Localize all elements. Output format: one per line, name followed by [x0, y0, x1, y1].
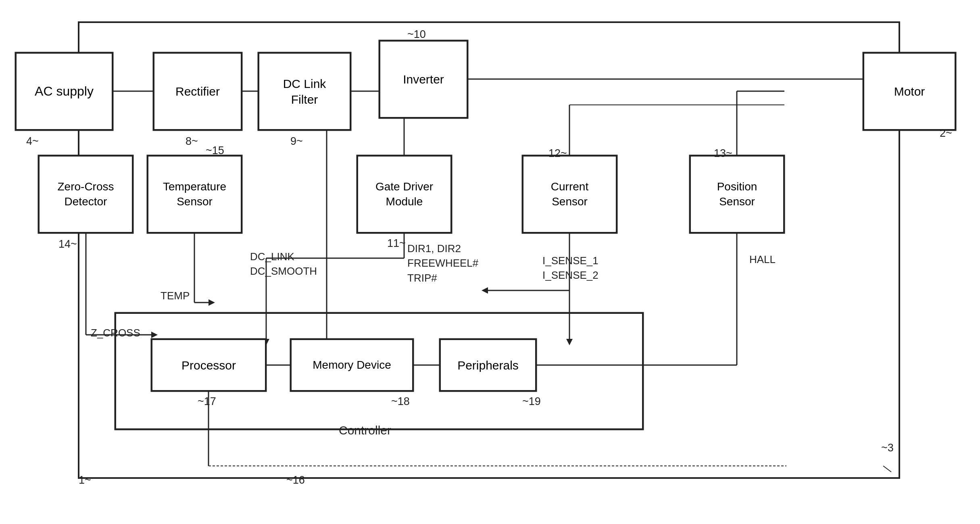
- hall-signal: HALL: [749, 253, 776, 266]
- ref-10: ~10: [407, 28, 426, 41]
- diagram-container: AC supply Rectifier DC LinkFilter Invert…: [0, 0, 980, 524]
- ref-15: ~15: [206, 144, 224, 157]
- ref-9: 9~: [290, 135, 303, 148]
- dc-link-filter-box: DC LinkFilter: [258, 52, 351, 130]
- gate-driver-label: Gate DriverModule: [375, 180, 433, 209]
- ref-8: 8~: [186, 135, 198, 148]
- zero-cross-label: Zero-CrossDetector: [57, 180, 114, 209]
- motor-label: Motor: [894, 84, 925, 99]
- ref-12: 12~: [548, 147, 567, 160]
- ref-17: ~17: [198, 395, 216, 408]
- position-sensor-box: PositionSensor: [690, 155, 784, 233]
- i-sense-signal: I_SENSE_1I_SENSE_2: [542, 253, 598, 283]
- ref-19: ~19: [522, 395, 541, 408]
- ac-supply-label: AC supply: [35, 83, 94, 100]
- ref-2: 2~: [940, 127, 952, 140]
- temp-signal: TEMP: [161, 290, 190, 302]
- z-cross-signal: Z_CROSS: [91, 327, 140, 339]
- svg-marker-42: [482, 287, 488, 294]
- zero-cross-box: Zero-CrossDetector: [38, 155, 133, 233]
- svg-marker-35: [209, 299, 215, 306]
- inverter-box: Inverter: [379, 40, 468, 118]
- ref-1: 1~: [79, 474, 91, 486]
- ref-4: 4~: [26, 135, 39, 148]
- ref-3: ~3: [881, 442, 894, 454]
- ref-11: 11~: [387, 237, 406, 250]
- dc-link-filter-label: DC LinkFilter: [283, 76, 326, 107]
- memory-device-label: Memory Device: [313, 358, 391, 372]
- memory-device-box: Memory Device: [290, 339, 413, 391]
- ref-14: 14~: [58, 238, 77, 251]
- inverter-label: Inverter: [403, 71, 444, 87]
- rectifier-box: Rectifier: [153, 52, 242, 130]
- ref-13: 13~: [714, 147, 732, 160]
- motor-box: Motor: [863, 52, 956, 130]
- ref-18: ~18: [391, 395, 410, 408]
- processor-label: Processor: [181, 357, 236, 373]
- dc-link-signal: DC_LINKDC_SMOOTH: [250, 249, 317, 279]
- processor-box: Processor: [151, 339, 266, 391]
- dir1-dir2-signal: DIR1, DIR2FREEWHEEL#TRIP#: [407, 241, 478, 285]
- diagram-svg: [0, 0, 980, 524]
- current-sensor-label: CurrentSensor: [551, 180, 588, 209]
- rectifier-label: Rectifier: [175, 84, 220, 99]
- peripherals-box: Peripherals: [440, 339, 536, 391]
- ac-supply-box: AC supply: [15, 52, 113, 130]
- position-sensor-label: PositionSensor: [717, 180, 757, 209]
- peripherals-label: Peripherals: [457, 357, 519, 373]
- current-sensor-box: CurrentSensor: [522, 155, 617, 233]
- ref-16: ~16: [286, 474, 305, 486]
- temp-sensor-label: TemperatureSensor: [163, 180, 226, 209]
- gate-driver-box: Gate DriverModule: [357, 155, 452, 233]
- temp-sensor-box: TemperatureSensor: [147, 155, 242, 233]
- svg-line-57: [883, 466, 891, 472]
- controller-label: Controller: [339, 424, 391, 437]
